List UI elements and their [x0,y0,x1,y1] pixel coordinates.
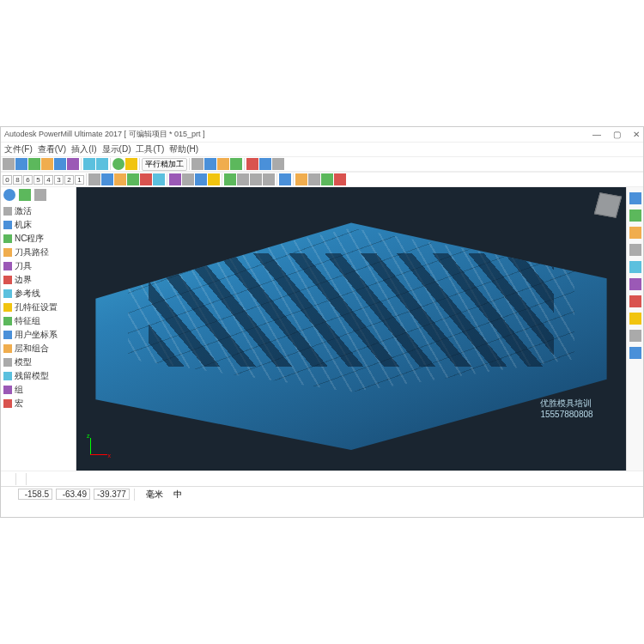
menu-insert[interactable]: 插入(I) [70,143,98,155]
zoom-fit-icon[interactable] [629,261,641,273]
tree-ref[interactable]: 参考线 [3,287,73,301]
view-front-icon[interactable] [629,210,641,222]
undo-icon[interactable] [83,158,95,170]
view-iso-icon[interactable] [629,244,641,256]
num-btn[interactable]: 8 [13,175,22,185]
num-btn[interactable]: 2 [64,175,74,185]
num-btn[interactable]: 3 [54,175,64,185]
separator [276,173,277,185]
tool-icon[interactable] [230,158,242,170]
group-icon [3,386,12,394]
watermark: 优胜模具培训 15557880808 [540,398,592,420]
x-axis [90,454,107,455]
view-top-icon[interactable] [629,192,641,204]
save-icon[interactable] [15,158,27,170]
block-icon[interactable] [259,158,271,170]
toolpath-icon[interactable] [140,173,152,185]
separator [167,173,167,185]
dot-icon [3,207,12,216]
misc-icon[interactable] [321,173,333,185]
open-icon[interactable] [3,158,15,170]
nav-icon[interactable] [237,173,249,185]
light-icon[interactable] [629,347,641,359]
num-btn[interactable]: 0 [3,175,12,185]
tree-group[interactable]: 组 [3,383,73,397]
viewcube[interactable] [594,192,622,218]
tree-feature[interactable]: 特征组 [3,314,73,328]
cut-icon[interactable] [41,158,53,170]
tab-list-icon[interactable] [19,189,31,201]
sidebar-tabs [3,189,73,201]
separator [139,158,140,170]
tree-active[interactable]: 激活 [3,204,73,218]
menu-display[interactable]: 显示(D) [100,143,133,155]
tree-machine[interactable]: 机床 [3,218,73,232]
shade-icon[interactable] [629,313,641,325]
maximize-button[interactable]: ▢ [613,130,621,139]
misc-icon[interactable] [308,173,320,185]
wire-icon[interactable] [629,330,641,342]
tool-icon[interactable] [204,158,216,170]
toolpath-icon[interactable] [101,173,113,185]
num-btn[interactable]: 1 [75,175,84,185]
misc-icon[interactable] [295,173,307,185]
paste-icon[interactable] [67,158,79,170]
rotate-icon[interactable] [629,278,641,290]
tree-model[interactable]: 模型 [3,355,73,369]
close-button[interactable]: ✕ [633,130,640,139]
tree-ucs[interactable]: 用户坐标系 [3,328,73,342]
toolpath-icon[interactable] [127,173,139,185]
wireframe-icon[interactable] [182,173,194,185]
sphere-icon[interactable] [112,158,125,170]
tree-toolpath[interactable]: 刀具路径 [3,246,73,259]
print-icon[interactable] [28,158,40,170]
app-window: Autodesk PowerMill Ultimate 2017 [ 可编辑项目… [0,126,644,518]
right-toolbar [626,187,643,471]
separator [86,173,87,185]
menu-file[interactable]: 文件(F) [3,143,34,155]
nav-icon[interactable] [263,173,275,185]
redo-icon[interactable] [96,158,108,170]
view-side-icon[interactable] [629,227,641,239]
toolpath-icon[interactable] [153,173,165,185]
view-icon[interactable] [208,173,220,185]
pan-icon[interactable] [629,295,641,307]
num-btn[interactable]: 6 [23,175,33,185]
mid-label[interactable]: 中 [170,489,185,501]
num-btn[interactable]: 4 [44,175,53,185]
explorer-panel: 激活 机床 NC程序 刀具路径 刀具 边界 参考线 孔特征设置 特征组 用户坐标… [1,187,76,471]
watermark-line2: 15557880808 [540,409,592,420]
tool-icon[interactable] [272,158,284,170]
tool-icon[interactable] [246,158,258,170]
coord-z: -39.377 [94,489,130,500]
tab-search-icon[interactable] [34,189,46,201]
view-icon[interactable] [195,173,207,185]
tree-tool[interactable]: 刀具 [3,259,73,273]
nav-icon[interactable] [224,173,236,185]
box-icon[interactable] [125,158,137,170]
shade-icon[interactable] [169,173,181,185]
tree-nc[interactable]: NC程序 [3,232,73,246]
toolpath-icon[interactable] [88,173,100,185]
color-square[interactable] [279,173,291,185]
copy-icon[interactable] [54,158,66,170]
menu-help[interactable]: 帮助(H) [167,143,200,155]
z-axis [90,438,91,455]
misc-icon[interactable] [334,173,346,185]
menu-view[interactable]: 查看(V) [36,143,68,155]
tree-hole[interactable]: 孔特征设置 [3,301,73,314]
tool-icon[interactable] [191,158,204,170]
tab-project-icon[interactable] [3,189,15,201]
tree-macro[interactable]: 宏 [3,397,73,410]
3d-viewport[interactable]: z x 优胜模具培训 15557880808 [76,187,626,471]
tree-stock[interactable]: 残留模型 [3,369,73,383]
tree-boundary[interactable]: 边界 [3,273,73,287]
tree-layer[interactable]: 层和组合 [3,342,73,355]
parallel-finishing-button[interactable]: 平行精加工 [142,158,187,171]
minimize-button[interactable]: — [592,130,601,139]
num-btn[interactable]: 5 [33,175,43,185]
menu-tool[interactable]: 工具(T) [134,143,166,155]
tool-icon[interactable] [217,158,229,170]
toolpath-icon[interactable] [114,173,126,185]
nav-icon[interactable] [250,173,262,185]
